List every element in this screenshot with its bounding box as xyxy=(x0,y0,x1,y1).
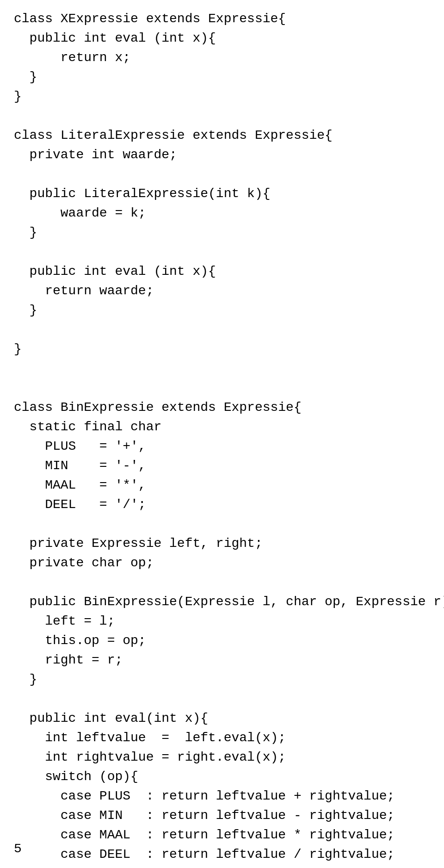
code-content: class XExpressie extends Expressie{ publ… xyxy=(14,9,430,868)
page-number: 5 xyxy=(14,839,22,859)
